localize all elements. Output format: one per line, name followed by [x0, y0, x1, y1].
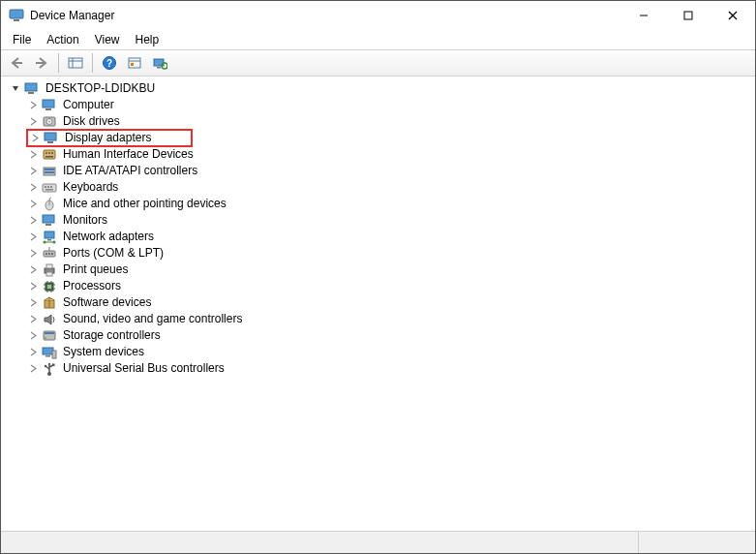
chevron-right-icon[interactable]: [28, 134, 42, 142]
tree-item[interactable]: Processors: [26, 278, 755, 294]
properties-icon: [127, 56, 142, 70]
chevron-right-icon[interactable]: [26, 167, 40, 175]
svg-point-54: [51, 253, 53, 255]
chevron-right-icon[interactable]: [26, 101, 40, 109]
chevron-right-icon[interactable]: [26, 183, 40, 192]
menu-help[interactable]: Help: [128, 31, 167, 48]
tree-item-label: Monitors: [61, 212, 109, 229]
svg-rect-33: [45, 156, 53, 158]
tree-item[interactable]: IDE ATA/ATAPI controllers: [26, 163, 755, 179]
menu-view[interactable]: View: [87, 31, 128, 48]
window-title: Device Manager: [30, 9, 114, 22]
svg-rect-13: [129, 58, 140, 68]
svg-point-32: [51, 152, 53, 154]
sound-icon: [42, 312, 57, 327]
toolbar-scan-button[interactable]: [148, 52, 171, 74]
storage-icon: [42, 328, 57, 344]
tree-item-label: Computer: [61, 97, 116, 113]
tree-item[interactable]: Print queues: [26, 262, 755, 278]
toolbar-forward-button[interactable]: [30, 52, 53, 74]
tree-item[interactable]: Display adapters: [26, 129, 755, 147]
menu-file[interactable]: File: [5, 31, 39, 48]
chevron-right-icon[interactable]: [26, 117, 40, 126]
svg-rect-27: [45, 133, 56, 140]
keyboard-icon: [42, 180, 57, 196]
tree-item[interactable]: Monitors: [26, 212, 755, 229]
svg-line-19: [166, 68, 167, 69]
chevron-right-icon[interactable]: [26, 331, 40, 340]
tree-item[interactable]: System devices: [26, 344, 755, 360]
svg-rect-45: [45, 224, 51, 226]
help-icon: ?: [102, 55, 117, 71]
toolbar-separator: [58, 53, 59, 73]
tree-item[interactable]: Keyboards: [26, 179, 755, 196]
tree-item-label: Network adapters: [61, 229, 156, 245]
chevron-right-icon[interactable]: [26, 265, 40, 274]
app-icon: [9, 8, 24, 23]
chevron-right-icon[interactable]: [26, 150, 40, 159]
tree-item-label: Keyboards: [61, 179, 120, 196]
software-icon: [42, 295, 57, 311]
svg-rect-1: [14, 19, 19, 21]
svg-rect-46: [45, 231, 54, 238]
tree-item[interactable]: Universal Serial Bus controllers: [26, 360, 755, 377]
maximize-button[interactable]: [666, 1, 711, 30]
printer-icon: [42, 262, 57, 278]
titlebar: Device Manager: [1, 1, 755, 30]
cpu-icon: [42, 279, 57, 294]
svg-rect-38: [45, 186, 46, 188]
tree-item[interactable]: Software devices: [26, 294, 755, 311]
monitor-icon: [44, 131, 59, 146]
svg-point-31: [48, 152, 50, 154]
tree-root[interactable]: DESKTOP-LDIDKBU ComputerDisk drivesDispl…: [9, 80, 755, 377]
toolbar-separator: [92, 53, 93, 73]
svg-rect-76: [52, 351, 56, 358]
tree-item[interactable]: Network adapters: [26, 229, 755, 245]
tree-item[interactable]: Disk drives: [26, 113, 755, 130]
status-cell: [639, 532, 755, 553]
svg-rect-3: [684, 12, 692, 19]
chevron-right-icon[interactable]: [26, 315, 40, 323]
svg-rect-44: [43, 215, 54, 223]
toolbar-show-hidden-button[interactable]: [64, 52, 87, 74]
svg-rect-41: [45, 189, 53, 191]
chevron-right-icon[interactable]: [26, 364, 40, 373]
svg-rect-23: [45, 108, 51, 110]
chevron-right-icon[interactable]: [26, 200, 40, 208]
chevron-right-icon[interactable]: [26, 249, 40, 258]
minimize-button[interactable]: [621, 1, 666, 30]
tree-item[interactable]: Ports (COM & LPT): [26, 245, 755, 262]
computer-icon: [24, 81, 40, 97]
svg-point-52: [45, 253, 47, 255]
svg-rect-29: [44, 150, 55, 159]
forward-icon: [34, 56, 49, 70]
chevron-right-icon[interactable]: [26, 232, 40, 241]
hid-icon: [42, 147, 57, 163]
chevron-down-icon[interactable]: [9, 84, 22, 93]
chevron-right-icon[interactable]: [26, 216, 40, 225]
tree-item[interactable]: Computer: [26, 97, 755, 113]
tree-item[interactable]: Mice and other pointing devices: [26, 196, 755, 212]
svg-text:?: ?: [106, 58, 112, 69]
menu-action[interactable]: Action: [39, 31, 86, 48]
statusbar: [1, 532, 755, 553]
svg-rect-40: [50, 186, 52, 188]
tree-item[interactable]: Storage controllers: [26, 327, 755, 344]
toolbar-properties-button[interactable]: [123, 52, 146, 74]
tree-item[interactable]: Sound, video and game controllers: [26, 311, 755, 327]
tree-item-label: Print queues: [61, 262, 130, 278]
tree-item[interactable]: Human Interface Devices: [26, 146, 755, 163]
svg-point-26: [48, 120, 50, 122]
toolbar-back-button[interactable]: [5, 52, 28, 74]
chevron-right-icon[interactable]: [26, 348, 40, 356]
chevron-right-icon[interactable]: [26, 298, 40, 307]
toolbar-help-button[interactable]: ?: [98, 52, 121, 74]
back-icon: [9, 56, 24, 70]
close-button[interactable]: [711, 1, 755, 30]
tree-item-label: Universal Serial Bus controllers: [61, 360, 227, 377]
monitor-icon: [42, 213, 57, 229]
svg-rect-47: [47, 239, 51, 241]
status-cell: [1, 532, 639, 553]
chevron-right-icon[interactable]: [26, 282, 40, 291]
device-tree-pane[interactable]: DESKTOP-LDIDKBU ComputerDisk drivesDispl…: [1, 77, 755, 532]
